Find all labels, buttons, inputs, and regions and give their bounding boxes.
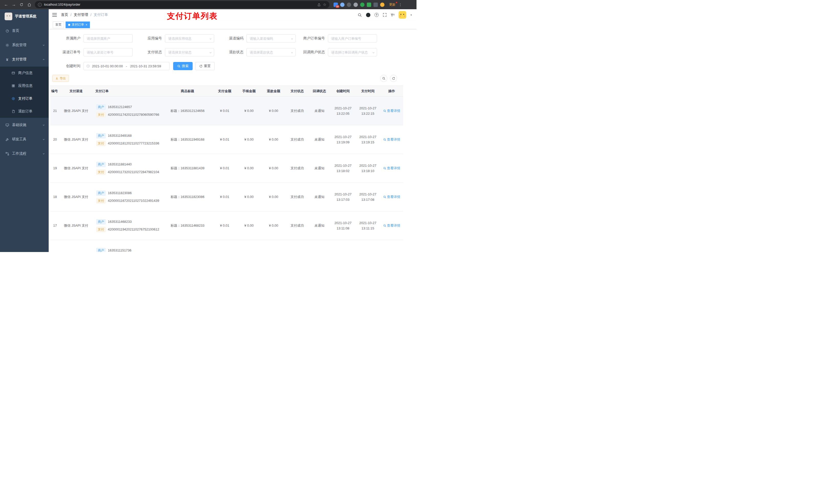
product-title-cell: 标题：1635311468233 xyxy=(162,211,213,240)
share-icon[interactable] xyxy=(317,3,321,6)
app-logo: 芋道管理系统 xyxy=(0,9,49,24)
active-dot-icon xyxy=(68,24,70,26)
pay-amount-cell xyxy=(213,240,237,252)
tags-view-bar: 首页 支付订单 × xyxy=(49,21,416,29)
date-start[interactable]: 2021-10-01 00:00:00 xyxy=(92,64,123,68)
breadcrumb-home[interactable]: 首页 xyxy=(61,13,68,17)
merchant-order-line: 商户 1635311881440 xyxy=(96,162,161,167)
create-time-range-picker[interactable]: 2021-10-01 00:00:00 - 2021-10-31 23:59:5… xyxy=(84,62,170,70)
merchant-order-no: 1635311823086 xyxy=(108,191,132,195)
notify-status-cell: 未通知 xyxy=(308,97,330,125)
pay-status-select[interactable] xyxy=(165,48,214,56)
export-button[interactable]: 导出 xyxy=(52,75,69,82)
pay-channel-cell: 微信 JSAPI 支付 xyxy=(60,154,93,183)
payment-submenu: 商户信息 应用信息 支付订单 xyxy=(0,67,49,118)
notify-status-cell: 未通知 xyxy=(308,154,330,183)
product-title-cell: 标题：1635311823086 xyxy=(162,183,213,211)
refund-amount-cell: ¥ 0.00 xyxy=(261,97,286,125)
bookmark-star-icon[interactable]: ☆ xyxy=(323,2,326,7)
hamburger-icon[interactable] xyxy=(52,13,57,17)
target-icon xyxy=(11,97,15,100)
view-detail-link[interactable]: 查看详情 xyxy=(383,195,400,199)
action-cell: 查看详情 xyxy=(380,183,403,211)
channel-code-select[interactable] xyxy=(246,34,295,43)
extension-icon-7[interactable] xyxy=(374,3,378,7)
pay-tag: 支付 xyxy=(96,198,105,203)
app-id-select[interactable] xyxy=(165,34,214,43)
fullscreen-icon[interactable] xyxy=(383,13,387,17)
tab-home[interactable]: 首页 xyxy=(53,22,64,28)
fee-amount-cell: ¥ 0.00 xyxy=(237,211,261,240)
search-icon[interactable] xyxy=(358,13,362,17)
pay-order-cell: 商户 1635311823086 支付 42000011672021102710… xyxy=(93,183,162,211)
pay-status-cell: 支付成功 xyxy=(286,125,308,154)
view-detail-link[interactable]: 查看详情 xyxy=(383,137,400,142)
tab-pay-order[interactable]: 支付订单 × xyxy=(66,22,90,28)
search-icon xyxy=(383,138,386,141)
user-menu-caret-icon[interactable]: ▾ xyxy=(410,13,412,17)
refund-status-select[interactable] xyxy=(246,48,295,56)
search-icon xyxy=(383,110,386,113)
reset-button[interactable]: 重置 xyxy=(195,62,215,70)
view-detail-link[interactable]: 查看详情 xyxy=(383,166,400,171)
sidebar-item-merchant-info[interactable]: 商户信息 xyxy=(0,67,49,79)
extension-icon-5[interactable] xyxy=(360,3,364,7)
table-row: 20 微信 JSAPI 支付 商户 1635311949168 支付 42 xyxy=(50,125,403,154)
font-size-icon[interactable]: TT xyxy=(391,13,395,17)
refresh-table-button[interactable] xyxy=(390,75,397,82)
column-header: 商品标题 xyxy=(162,86,213,97)
sidebar: 芋道管理系统 首页 系统管理 ¥ 支付管理 xyxy=(0,9,49,252)
channel-order-no-input[interactable] xyxy=(84,48,133,56)
home-button[interactable] xyxy=(26,1,33,8)
extension-icon-3[interactable] xyxy=(347,3,351,7)
avatar[interactable] xyxy=(399,11,406,19)
reload-button[interactable] xyxy=(18,1,25,8)
merchant-order-no-input[interactable] xyxy=(328,34,377,43)
notify-status-cell xyxy=(308,240,330,252)
created-time-cell: 2021-10-27 13:19:09 xyxy=(330,125,356,154)
sidebar-item-home[interactable]: 首页 xyxy=(0,24,49,38)
clock-icon xyxy=(86,64,90,68)
dashboard-icon xyxy=(5,29,9,33)
profile-avatar-icon[interactable] xyxy=(380,3,384,7)
close-tab-icon[interactable]: × xyxy=(86,23,87,26)
extension-icon-1[interactable]: 10 xyxy=(334,3,338,7)
document-icon xyxy=(11,110,15,113)
view-detail-link[interactable]: 查看详情 xyxy=(383,109,400,113)
action-cell: 查看详情 xyxy=(380,97,403,125)
extension-icon-2[interactable] xyxy=(340,3,344,7)
view-detail-link[interactable]: 查看详情 xyxy=(383,223,400,228)
action-cell xyxy=(380,240,403,252)
search-button[interactable]: 搜索 xyxy=(173,62,193,70)
browser-update-button[interactable]: 更新 xyxy=(387,2,397,8)
paid-time-cell: 2021-10-27 13:19:15 xyxy=(356,125,380,154)
created-time-cell: 2021-10-27 13:11:08 xyxy=(330,211,356,240)
extension-icon-4[interactable] xyxy=(354,3,358,7)
sidebar-item-payment[interactable]: ¥ 支付管理 xyxy=(0,52,49,67)
merchant-tag: 商户 xyxy=(96,104,105,110)
date-end[interactable]: 2021-10-31 23:59:59 xyxy=(130,64,161,68)
pay-order-cell: 商户 1635311949168 支付 42000011812021102777… xyxy=(93,125,162,154)
help-icon[interactable]: ? xyxy=(375,13,379,17)
merchant-select[interactable] xyxy=(84,34,133,43)
github-icon[interactable] xyxy=(366,13,371,17)
sidebar-item-infra[interactable]: 基础设施 xyxy=(0,118,49,132)
fee-amount-cell: ¥ 0.00 xyxy=(237,97,261,125)
site-info-icon[interactable]: i xyxy=(38,3,42,7)
sidebar-item-app-info[interactable]: 应用信息 xyxy=(0,79,49,92)
sidebar-item-pay-order[interactable]: 支付订单 xyxy=(0,92,49,105)
forward-button[interactable]: → xyxy=(10,1,18,8)
address-bar[interactable]: i localhost:1024/pay/order ☆ xyxy=(35,1,329,8)
url-text[interactable]: localhost:1024/pay/order xyxy=(44,3,315,6)
sidebar-item-devtools[interactable]: 研发工具 xyxy=(0,132,49,146)
breadcrumb-pay-mgmt[interactable]: 支付管理 xyxy=(74,13,88,17)
sidebar-item-refund-order[interactable]: 退款订单 xyxy=(0,105,49,118)
sidebar-item-system[interactable]: 系统管理 xyxy=(0,38,49,52)
notify-status-select[interactable] xyxy=(328,48,377,56)
toggle-search-button[interactable] xyxy=(380,75,387,82)
extension-icon-6[interactable] xyxy=(367,3,371,7)
refund-amount-cell: ¥ 0.00 xyxy=(261,183,286,211)
back-button[interactable]: ← xyxy=(3,1,10,8)
browser-menu-icon[interactable]: ⋮ xyxy=(399,3,402,7)
sidebar-item-workflow[interactable]: 工作流程 xyxy=(0,146,49,161)
